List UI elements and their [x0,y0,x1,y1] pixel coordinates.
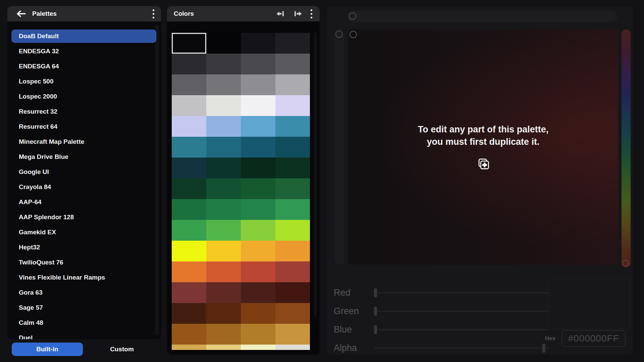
hue-slider-strip[interactable] [622,29,631,267]
palette-list-item[interactable]: Gamekid EX [11,226,156,239]
color-swatch[interactable] [275,199,310,220]
color-swatch[interactable] [172,178,206,199]
color-swatch[interactable] [206,303,241,324]
color-swatch[interactable] [172,116,206,137]
color-swatch[interactable] [241,137,275,158]
color-swatch[interactable] [206,95,241,116]
color-swatch[interactable] [241,33,275,54]
color-swatch[interactable] [206,220,241,241]
color-swatch[interactable] [172,345,206,350]
palette-list-item[interactable]: ENDESGA 64 [11,60,156,73]
palette-list-item[interactable]: Resurrect 32 [11,105,156,118]
color-swatch[interactable] [172,137,206,158]
color-swatch[interactable] [206,54,241,74]
palette-source-tab-custom[interactable]: Custom [83,346,161,353]
palette-list-item[interactable]: Crayola 84 [11,180,156,194]
color-swatch[interactable] [206,324,241,345]
color-swatch[interactable] [241,324,275,345]
palette-list-item[interactable]: Duel [11,331,156,339]
palette-list-item[interactable]: Vines Flexible Linear Ramps [11,271,156,284]
move-color-right-icon[interactable] [293,10,303,18]
color-swatch[interactable] [241,74,275,95]
green-slider-handle[interactable] [374,307,377,316]
palette-list-item[interactable]: TwilioQuest 76 [11,256,156,269]
color-swatch[interactable] [172,199,206,220]
color-swatch[interactable] [241,241,275,261]
palette-list-item[interactable]: AAP Splendor 128 [11,210,156,224]
color-swatch[interactable] [172,158,206,178]
color-swatch[interactable] [172,261,206,282]
color-swatch[interactable] [172,303,206,324]
palette-list-item[interactable]: Lospec 500 [11,75,156,88]
color-swatch[interactable] [275,54,310,74]
palette-list-item[interactable]: ENDESGA 32 [11,45,156,58]
color-swatch[interactable] [206,345,241,350]
color-swatch[interactable] [241,220,275,241]
color-swatch[interactable] [275,158,310,178]
color-swatch[interactable] [206,137,241,158]
palette-list-item[interactable]: Sage 57 [11,301,156,314]
colors-scrollbar[interactable] [314,32,317,317]
color-swatch[interactable] [275,345,310,350]
color-swatch[interactable] [172,33,206,54]
color-swatch[interactable] [172,282,206,303]
color-swatch[interactable] [241,345,275,350]
green-slider-track[interactable] [374,311,549,312]
hex-value-input[interactable]: #000000FF [561,330,626,347]
palettes-menu-kebab-icon[interactable] [153,9,154,18]
color-swatch[interactable] [206,33,241,54]
color-swatch[interactable] [275,261,310,282]
left-slider-handle[interactable] [335,31,343,38]
color-swatch[interactable] [241,116,275,137]
color-swatch[interactable] [275,241,310,261]
color-swatch[interactable] [275,137,310,158]
color-swatch[interactable] [206,241,241,261]
red-slider-track[interactable] [374,292,549,293]
palette-list-item[interactable]: DoaB Default [11,29,156,43]
palette-list-item[interactable]: Resurrect 64 [11,120,156,133]
palette-list-item[interactable]: Minecraft Map Palette [11,135,156,148]
color-swatch[interactable] [241,95,275,116]
colors-menu-kebab-icon[interactable] [311,9,312,18]
palette-source-tab-built-in[interactable]: Built-in [12,343,83,356]
color-swatch[interactable] [206,178,241,199]
color-swatch[interactable] [172,324,206,345]
blue-slider-handle[interactable] [374,325,377,334]
left-slider-strip[interactable] [334,29,344,265]
color-swatch[interactable] [172,241,206,261]
color-swatch[interactable] [206,74,241,95]
color-swatch[interactable] [172,54,206,74]
palette-list-item[interactable]: Google UI [11,165,156,179]
back-arrow-icon[interactable] [16,10,26,18]
alpha-slider-track[interactable] [374,348,549,349]
color-swatch[interactable] [206,282,241,303]
blue-slider-track[interactable] [374,329,549,330]
hue-slider-handle[interactable] [622,260,629,266]
color-swatch[interactable] [241,54,275,74]
color-swatch[interactable] [241,178,275,199]
color-swatch[interactable] [206,261,241,282]
color-swatch[interactable] [206,199,241,220]
color-swatch[interactable] [241,261,275,282]
palette-list-item[interactable]: Gora 63 [11,286,156,299]
color-swatch[interactable] [275,178,310,199]
color-swatch[interactable] [275,324,310,345]
color-swatch[interactable] [275,220,310,241]
color-swatch[interactable] [275,116,310,137]
top-slider-bar[interactable] [347,11,617,22]
color-swatch[interactable] [275,74,310,95]
color-swatch[interactable] [172,74,206,95]
red-slider-handle[interactable] [374,288,377,297]
color-swatch[interactable] [241,282,275,303]
color-swatch[interactable] [241,158,275,178]
color-swatch[interactable] [206,158,241,178]
palette-list-item[interactable]: Mega Drive Blue [11,150,156,164]
color-swatch[interactable] [275,33,310,54]
color-swatch[interactable] [172,95,206,116]
palette-list-item[interactable]: Hept32 [11,241,156,254]
palette-list-item[interactable]: AAP-64 [11,195,156,209]
color-swatch[interactable] [172,220,206,241]
color-swatch[interactable] [241,199,275,220]
top-slider-handle[interactable] [349,12,356,20]
palette-list-scrollbar[interactable] [155,25,159,335]
